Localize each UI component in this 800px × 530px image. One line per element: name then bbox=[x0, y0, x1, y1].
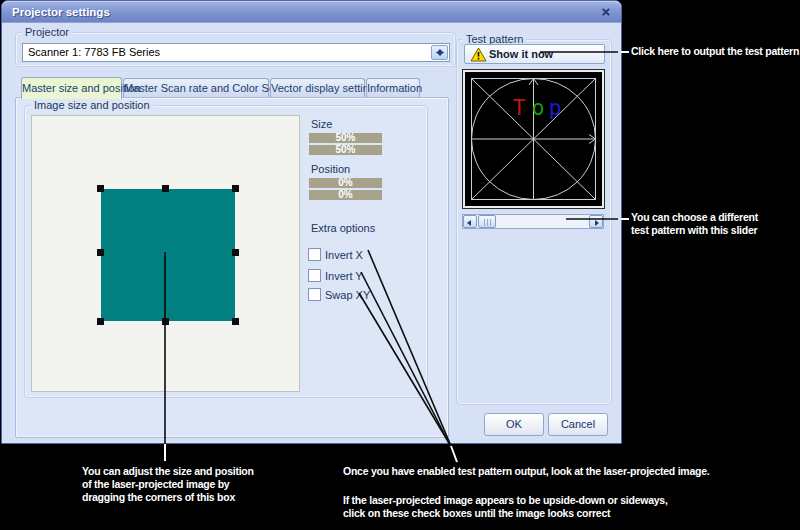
annotation-square: You can adjust the size and position of … bbox=[82, 465, 254, 504]
close-icon: × bbox=[602, 3, 611, 20]
combo-dropdown-button[interactable] bbox=[431, 45, 448, 60]
projector-settings-dialog: Projector settings × Projector Scanner 1… bbox=[1, 0, 622, 444]
tab-master-size-and-position[interactable]: Master size and position bbox=[21, 77, 122, 99]
checkbox-invert-x[interactable]: Invert X bbox=[308, 245, 363, 259]
annotation-show-it: Click here to output the test pattern bbox=[631, 45, 799, 58]
window-title: Projector settings bbox=[12, 1, 110, 23]
slider-grip-icon bbox=[484, 219, 492, 226]
image-position-canvas[interactable] bbox=[31, 115, 300, 392]
slider-thumb[interactable] bbox=[478, 215, 496, 228]
pattern-letter-o: o bbox=[532, 96, 545, 120]
ok-button[interactable]: OK bbox=[484, 413, 544, 436]
slider-left-arrow-icon bbox=[467, 220, 471, 226]
resize-handle-se[interactable] bbox=[232, 318, 239, 325]
titlebar[interactable]: Projector settings × bbox=[2, 1, 621, 23]
test-pattern-preview: T o p bbox=[463, 70, 604, 208]
resize-handle-sw[interactable] bbox=[97, 318, 104, 325]
resize-handle-nw[interactable] bbox=[97, 185, 104, 192]
show-it-now-label: Show it now bbox=[489, 48, 553, 60]
resize-handle-w[interactable] bbox=[97, 249, 104, 256]
slider-right-button[interactable] bbox=[589, 215, 603, 228]
projector-combo-value: Scanner 1: 7783 FB Series bbox=[28, 44, 160, 61]
cancel-button[interactable]: Cancel bbox=[548, 413, 608, 436]
pattern-letter-p: p bbox=[549, 96, 562, 120]
tab-page: Image size and position Size 50% bbox=[15, 97, 449, 438]
size-value-x: 50% bbox=[309, 133, 382, 143]
swap-xy-checkbox-icon[interactable] bbox=[308, 288, 321, 301]
chevron-down-icon bbox=[436, 52, 444, 56]
warning-icon bbox=[470, 47, 487, 62]
image-size-group-label: Image size and position bbox=[31, 99, 153, 111]
invert-y-label: Invert Y bbox=[325, 270, 363, 282]
page-background: Projector settings × Projector Scanner 1… bbox=[0, 0, 800, 530]
tab-information[interactable]: Information bbox=[366, 78, 420, 98]
test-pattern-group: Test pattern Show it now bbox=[456, 39, 612, 405]
annotation-slider: You can choose a different test pattern … bbox=[631, 211, 758, 237]
resize-handle-e[interactable] bbox=[232, 249, 239, 256]
invert-y-checkbox-icon[interactable] bbox=[308, 269, 321, 282]
resize-handle-n[interactable] bbox=[162, 185, 169, 192]
size-value-y: 50% bbox=[309, 145, 382, 155]
show-it-now-button[interactable]: Show it now bbox=[464, 44, 605, 64]
test-pattern-graphic: T o p bbox=[470, 77, 597, 201]
image-size-group: Image size and position Size 50% bbox=[24, 105, 428, 398]
slider-right-arrow-icon bbox=[595, 220, 599, 226]
tab-vector-display-settings[interactable]: Vector display settings bbox=[270, 78, 365, 98]
tab-master-scan-rate-color[interactable]: Master Scan rate and Color Settings bbox=[123, 78, 269, 98]
invert-x-label: Invert X bbox=[325, 249, 363, 261]
close-button[interactable]: × bbox=[598, 1, 614, 23]
projector-group-label: Projector bbox=[22, 26, 72, 38]
resize-handle-s[interactable] bbox=[162, 318, 169, 325]
checkbox-invert-y[interactable]: Invert Y bbox=[308, 266, 363, 280]
slider-left-button[interactable] bbox=[463, 215, 477, 228]
projector-group: Projector Scanner 1: 7783 FB Series bbox=[15, 32, 456, 67]
annotation-checkboxes: Once you have enabled test pattern outpu… bbox=[343, 465, 709, 520]
projected-image-box[interactable] bbox=[101, 189, 235, 321]
position-value-y: 0% bbox=[309, 190, 382, 200]
test-pattern-slider[interactable] bbox=[462, 214, 604, 229]
size-label: Size bbox=[311, 118, 332, 130]
pattern-letter-t: T bbox=[513, 96, 526, 120]
swap-xy-label: Swap XY bbox=[325, 289, 370, 301]
resize-handle-ne[interactable] bbox=[232, 185, 239, 192]
position-label: Position bbox=[311, 163, 350, 175]
checkbox-swap-xy[interactable]: Swap XY bbox=[308, 285, 370, 299]
extra-options-label: Extra options bbox=[311, 222, 375, 234]
invert-x-checkbox-icon[interactable] bbox=[308, 248, 321, 261]
projector-combobox[interactable]: Scanner 1: 7783 FB Series bbox=[22, 43, 450, 62]
position-value-x: 0% bbox=[309, 178, 382, 188]
